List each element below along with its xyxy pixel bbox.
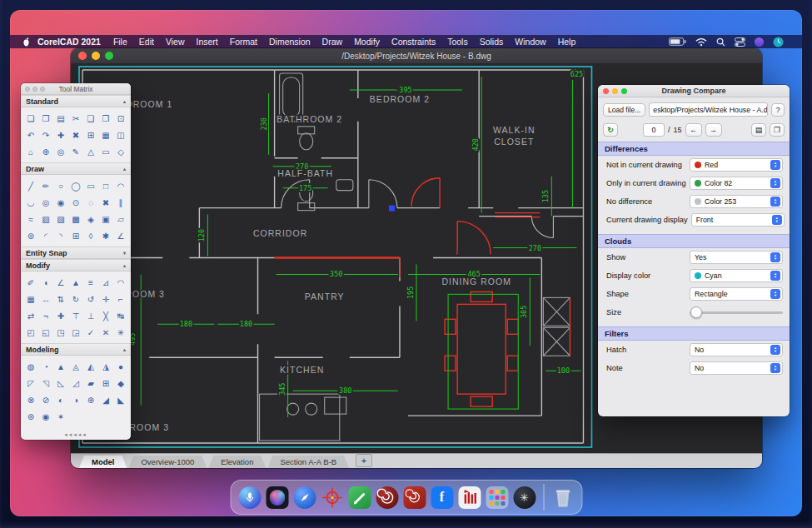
menu-item[interactable]: Draw — [316, 37, 349, 47]
tab-overview-1000[interactable]: Overview-1000 — [128, 456, 207, 468]
tool-icon[interactable]: ⊜ — [23, 227, 38, 244]
section-header-entity-snap[interactable]: Entity Snap ▾ — [21, 247, 131, 259]
tool-icon[interactable]: ○ — [53, 177, 68, 194]
facebook-icon[interactable]: f — [431, 486, 453, 509]
pencil-app-icon[interactable] — [348, 486, 371, 509]
tool-icon[interactable]: ◺ — [53, 375, 68, 391]
tool-icon[interactable]: ◢ — [98, 391, 113, 408]
tool-icon[interactable]: ❐ — [38, 110, 53, 127]
tool-icon[interactable]: ≈ — [23, 211, 38, 227]
tool-icon[interactable]: ▨ — [53, 211, 68, 227]
tool-icon[interactable]: ⊿ — [98, 274, 113, 291]
tool-icon[interactable]: ▭ — [98, 143, 113, 160]
tool-icon[interactable]: □ — [98, 177, 113, 194]
tool-icon[interactable]: ◬ — [68, 358, 83, 375]
tool-icon[interactable]: ◎ — [53, 143, 68, 160]
aperture-app-icon[interactable]: ✳ — [513, 486, 536, 509]
tool-icon[interactable]: ✏ — [38, 177, 53, 194]
tool-icon[interactable]: ▧ — [38, 211, 53, 227]
tool-icon[interactable]: ⊤ — [68, 307, 83, 324]
clouds-shape-select[interactable]: Rectangle ▲▼ — [690, 287, 783, 301]
tool-icon[interactable]: ● — [113, 358, 128, 375]
swirl-app-icon[interactable] — [403, 486, 426, 509]
tool-icon[interactable]: ◠ — [113, 274, 128, 291]
slider-knob[interactable] — [690, 306, 702, 318]
tool-icon[interactable]: △ — [83, 143, 98, 160]
launchpad-icon[interactable] — [486, 486, 508, 509]
tool-icon[interactable]: ▰ — [83, 375, 98, 391]
palette-collapse-arrows[interactable]: ◂◂◂◂◂ — [21, 429, 131, 440]
clock-icon[interactable] — [773, 37, 784, 47]
tool-icon[interactable]: ◫ — [113, 127, 128, 143]
slider-track[interactable] — [690, 311, 783, 314]
tool-icon[interactable]: ❑ — [83, 110, 98, 127]
menu-item[interactable]: Solids — [474, 37, 510, 47]
drawing-compare-title-bar[interactable]: Drawing Compare — [598, 85, 790, 97]
tool-icon[interactable]: ◑ — [68, 391, 83, 408]
tool-icon[interactable]: ↷ — [38, 127, 53, 143]
trash-icon[interactable] — [551, 486, 574, 509]
tool-icon[interactable]: ◳ — [53, 324, 68, 341]
tool-icon[interactable]: ◊ — [83, 227, 98, 244]
tool-icon[interactable]: ◹ — [38, 375, 53, 391]
tool-icon[interactable]: ◎ — [38, 194, 53, 211]
tool-icon[interactable]: ⊞ — [98, 375, 113, 391]
tab-model[interactable]: Model — [79, 456, 127, 468]
tool-icon[interactable]: ✛ — [98, 291, 113, 307]
tool-icon[interactable]: ⊗ — [23, 391, 38, 408]
tool-icon[interactable]: ◔ — [38, 358, 53, 375]
tool-icon[interactable]: ▣ — [98, 211, 113, 227]
tool-icon[interactable]: ▦ — [98, 127, 113, 143]
tool-icon[interactable]: ✐ — [23, 274, 38, 291]
difference-index-field[interactable]: 0 — [643, 123, 665, 137]
tool-icon[interactable]: ◣ — [113, 391, 128, 408]
help-button[interactable]: ? — [771, 103, 785, 117]
tool-icon[interactable]: ⇄ — [23, 307, 38, 324]
tool-icon[interactable]: ◯ — [68, 177, 83, 194]
window-title-bar[interactable]: /Desktop/Projects/Witzek House - B.dwg — [71, 48, 762, 63]
tool-icon[interactable]: ◈ — [83, 211, 98, 227]
clouds-display-color-select[interactable]: Cyan ▲▼ — [690, 269, 783, 282]
tool-icon[interactable]: ↶ — [23, 127, 38, 143]
spiral-app-icon[interactable] — [376, 486, 398, 509]
tool-icon[interactable]: ◇ — [113, 143, 128, 160]
tool-icon[interactable]: ▩ — [68, 211, 83, 227]
tool-icon[interactable]: ▱ — [113, 211, 128, 227]
battery-icon[interactable] — [669, 37, 686, 46]
clouds-show-select[interactable]: Yes ▲▼ — [690, 251, 783, 264]
previous-difference-button[interactable]: ← — [685, 123, 702, 137]
organ-app-icon[interactable] — [458, 486, 481, 509]
tool-icon[interactable]: ◡ — [23, 194, 38, 211]
menu-item[interactable]: Insert — [190, 37, 223, 47]
tool-icon[interactable]: ∥ — [113, 194, 128, 211]
section-header-modify[interactable]: Modify ▴ — [21, 259, 131, 271]
tool-icon[interactable]: ▦ — [23, 291, 38, 307]
tool-icon[interactable]: ⌐ — [113, 291, 128, 307]
tool-icon[interactable]: ◮ — [98, 358, 113, 375]
tool-icon[interactable]: ∠ — [113, 227, 128, 244]
tool-icon[interactable]: ✂ — [68, 110, 83, 127]
palette-zoom-button[interactable] — [621, 88, 627, 94]
section-header-standard[interactable]: Standard ▴ — [21, 95, 131, 107]
menu-item[interactable]: Help — [552, 37, 582, 47]
tool-icon[interactable]: ⊥ — [83, 307, 98, 324]
tool-icon[interactable]: ↹ — [113, 307, 128, 324]
collapse-arrow-icon[interactable]: ▾ — [123, 250, 126, 256]
search-icon[interactable] — [716, 37, 725, 47]
cloud-size-slider[interactable] — [690, 306, 783, 319]
tool-icon[interactable]: ◲ — [68, 324, 83, 341]
tool-icon[interactable]: ↔ — [38, 291, 53, 307]
hatch-filter-select[interactable]: No ▲▼ — [690, 343, 783, 356]
menu-item[interactable]: Constraints — [386, 37, 441, 47]
tool-icon[interactable]: ◉ — [38, 408, 53, 425]
tool-icon[interactable]: ≡ — [83, 274, 98, 291]
collapse-arrow-icon[interactable]: ▴ — [123, 346, 126, 352]
tool-matrix-title-bar[interactable]: Tool Matrix — [21, 83, 131, 95]
tool-icon[interactable]: ✶ — [53, 408, 68, 425]
tool-icon[interactable]: ✳ — [113, 324, 128, 341]
menu-item[interactable]: Modify — [348, 37, 386, 47]
menu-item[interactable]: File — [107, 37, 133, 47]
purple-status-icon[interactable] — [755, 37, 764, 47]
tool-icon[interactable]: ∠ — [53, 274, 68, 291]
tool-icon[interactable]: ✚ — [53, 307, 68, 324]
